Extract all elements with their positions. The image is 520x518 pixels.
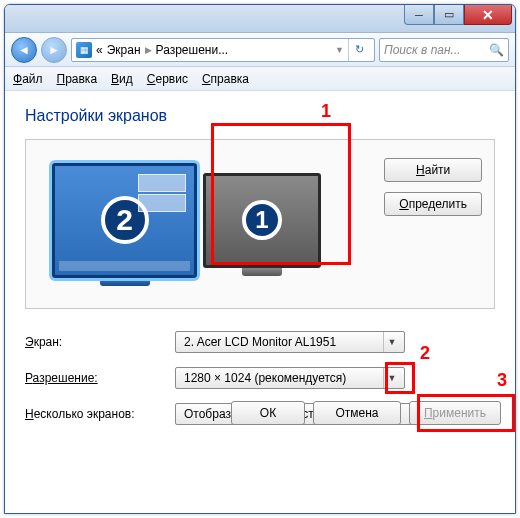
annotation-label-3: 3 xyxy=(497,370,507,391)
apply-button[interactable]: Применить xyxy=(409,401,501,425)
resolution-dropdown-value: 1280 × 1024 (рекомендуется) xyxy=(184,371,346,385)
control-panel-icon: ▦ xyxy=(76,42,92,58)
menu-edit[interactable]: Правка xyxy=(57,72,98,86)
chevron-down-icon[interactable]: ▼ xyxy=(383,368,400,388)
address-bar[interactable]: ▦ « Экран ▶ Разрешени... ▼ ↻ xyxy=(71,38,375,62)
ok-button[interactable]: ОК xyxy=(231,401,305,425)
navigation-bar: ◄ ► ▦ « Экран ▶ Разрешени... ▼ ↻ Поиск в… xyxy=(5,33,515,67)
menu-tools[interactable]: Сервис xyxy=(147,72,188,86)
cancel-button[interactable]: Отмена xyxy=(313,401,401,425)
preview-side-buttons: Найти Определить xyxy=(384,158,482,216)
footer-buttons: ОК Отмена Применить xyxy=(231,401,501,425)
titlebar[interactable]: ─ ▭ ✕ xyxy=(5,5,515,33)
menu-bar: Файл Правка Вид Сервис Справка xyxy=(5,67,515,91)
maximize-button[interactable]: ▭ xyxy=(434,5,464,25)
search-icon[interactable]: 🔍 xyxy=(489,43,504,57)
taskbar-icon xyxy=(59,261,190,271)
menu-view[interactable]: Вид xyxy=(111,72,133,86)
chevron-down-icon[interactable]: ▼ xyxy=(383,332,400,352)
refresh-icon[interactable]: ↻ xyxy=(348,39,370,61)
multi-label: Несколько экранов: xyxy=(25,407,175,421)
monitor-1[interactable]: 1 xyxy=(203,173,321,276)
detect-button[interactable]: Определить xyxy=(384,192,482,216)
breadcrumb-root[interactable]: « xyxy=(96,43,103,57)
back-button[interactable]: ◄ xyxy=(11,37,37,63)
breadcrumb-item[interactable]: Экран xyxy=(107,43,141,57)
content-area: Настройки экранов 2 1 Найти xyxy=(5,91,515,435)
breadcrumb-item[interactable]: Разрешени... xyxy=(156,43,229,57)
screen-dropdown[interactable]: 2. Acer LCD Monitor AL1951 ▼ xyxy=(175,331,405,353)
resolution-dropdown[interactable]: 1280 × 1024 (рекомендуется) ▼ xyxy=(175,367,405,389)
chevron-right-icon: ▶ xyxy=(145,45,152,55)
window-controls: ─ ▭ ✕ xyxy=(404,5,512,25)
find-button[interactable]: Найти xyxy=(384,158,482,182)
window-thumbs-icon xyxy=(138,174,186,212)
screen-dropdown-value: 2. Acer LCD Monitor AL1951 xyxy=(184,335,336,349)
close-button[interactable]: ✕ xyxy=(464,5,512,25)
menu-file[interactable]: Файл xyxy=(13,72,43,86)
menu-help[interactable]: Справка xyxy=(202,72,249,86)
chevron-down-icon[interactable]: ▼ xyxy=(335,45,344,55)
search-placeholder: Поиск в пан... xyxy=(384,43,461,57)
page-title: Настройки экранов xyxy=(25,107,495,125)
resolution-label[interactable]: Разрешение: xyxy=(25,371,175,385)
window-frame: ─ ▭ ✕ ◄ ► ▦ « Экран ▶ Разрешени... ▼ ↻ П… xyxy=(4,4,516,514)
search-input[interactable]: Поиск в пан... 🔍 xyxy=(379,38,509,62)
forward-button[interactable]: ► xyxy=(41,37,67,63)
screen-label: Экран: xyxy=(25,335,175,349)
monitor-number: 1 xyxy=(242,200,282,240)
display-preview: 2 1 Найти Определить xyxy=(25,139,495,309)
monitor-2[interactable]: 2 xyxy=(52,163,197,286)
annotation-label-2: 2 xyxy=(420,343,430,364)
minimize-button[interactable]: ─ xyxy=(404,5,434,25)
